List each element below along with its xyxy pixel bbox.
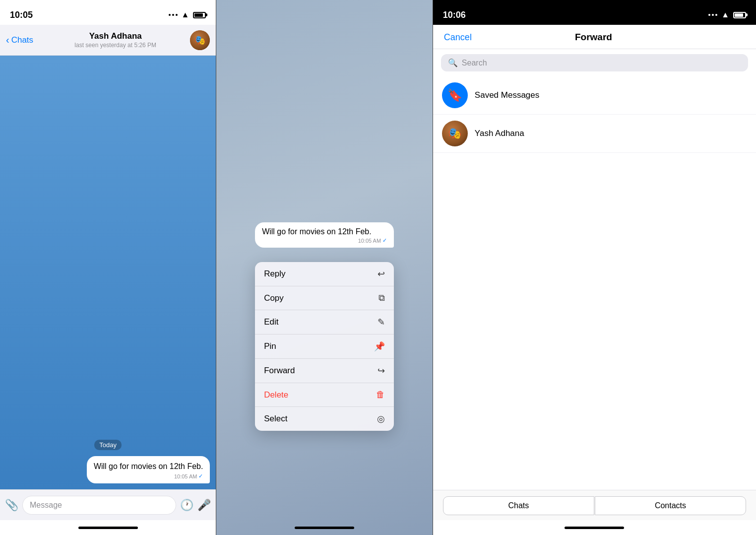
context-pin-item[interactable]: Pin 📌 <box>255 334 394 359</box>
sticker-button[interactable]: 🕐 <box>180 499 193 512</box>
context-select-item[interactable]: Select ◎ <box>255 407 394 431</box>
contact-status: last seen yesterday at 5:26 PM <box>74 42 156 49</box>
status-icons: ▲ <box>169 10 206 19</box>
panel2-content: Will go for movies on 12th Feb. 10:05 AM… <box>216 0 432 535</box>
chat-body: Today Will go for movies on 12th Feb. 10… <box>0 56 216 489</box>
wifi-icon: ▲ <box>182 10 189 19</box>
battery-icon-3 <box>733 12 746 18</box>
context-edit-icon: ✎ <box>378 317 385 328</box>
back-button[interactable]: ‹ Chats <box>6 35 41 46</box>
home-bar-2 <box>216 520 432 535</box>
home-bar-3 <box>433 520 756 535</box>
saved-messages-name: Saved Messages <box>475 90 539 100</box>
context-delete-label: Delete <box>264 390 288 400</box>
context-copy-label: Copy <box>264 293 284 303</box>
floating-message-bubble: Will go for movies on 12th Feb. 10:05 AM… <box>255 222 394 248</box>
context-reply-label: Reply <box>264 269 285 279</box>
signal-icon <box>169 14 178 16</box>
floating-message-time: 10:05 AM <box>358 238 381 244</box>
context-select-label: Select <box>264 414 287 424</box>
status-bar-3: 10:06 ▲ <box>433 0 756 25</box>
context-reply-icon: ↩ <box>378 268 385 279</box>
context-delete-icon: 🗑 <box>376 390 385 400</box>
contacts-tab[interactable]: Contacts <box>595 496 746 515</box>
attach-button[interactable]: 📎 <box>5 499 18 512</box>
chats-tab[interactable]: Chats <box>443 496 594 515</box>
bottom-tabs: Chats Contacts <box>433 490 756 520</box>
context-copy-item[interactable]: Copy ⧉ <box>255 286 394 310</box>
context-forward-icon: ↪ <box>378 365 385 376</box>
cancel-button[interactable]: Cancel <box>444 32 472 43</box>
floating-message-meta: 10:05 AM ✓ <box>262 237 387 244</box>
header-center: Yash Adhana last seen yesterday at 5:26 … <box>41 31 190 49</box>
floating-message-text: Will go for movies on 12th Feb. <box>262 227 387 236</box>
battery-icon <box>193 12 206 18</box>
message-input[interactable]: Message <box>22 496 176 515</box>
message-time: 10:05 AM <box>174 473 197 479</box>
signal-icon-3 <box>708 14 717 16</box>
avatar-emoji-icon: 🎭 <box>448 127 461 140</box>
wifi-icon-3: ▲ <box>721 10 729 19</box>
home-indicator <box>78 527 138 529</box>
context-copy-icon: ⧉ <box>378 293 385 303</box>
yash-adhana-avatar: 🎭 <box>442 121 468 146</box>
back-chevron-icon: ‹ <box>6 34 9 46</box>
status-time-3: 10:06 <box>443 10 466 20</box>
floating-read-checkmark-icon: ✓ <box>382 237 387 244</box>
avatar-image: 🎭 <box>190 30 210 50</box>
contact-avatar[interactable]: 🎭 <box>190 30 210 50</box>
search-container: 🔍 Search <box>433 49 756 76</box>
date-badge: Today <box>94 440 122 450</box>
context-menu-screen: Will go for movies on 12th Feb. 10:05 AM… <box>216 0 432 535</box>
saved-messages-avatar: 🔖 <box>442 82 468 108</box>
contact-name[interactable]: Yash Adhana <box>89 31 142 41</box>
context-edit-item[interactable]: Edit ✎ <box>255 310 394 334</box>
status-time: 10:05 <box>10 10 33 20</box>
forward-title: Forward <box>575 32 612 43</box>
message-meta: 10:05 AM ✓ <box>94 473 203 479</box>
forward-screen: 10:06 ▲ Cancel Forward 🔍 Search 🔖 <box>433 0 756 535</box>
context-edit-label: Edit <box>264 317 278 327</box>
context-menu: Reply ↩ Copy ⧉ Edit ✎ Pin 📌 Forward ↪ De… <box>255 262 394 431</box>
status-bar: 10:05 ▲ <box>0 0 216 25</box>
forward-header: Cancel Forward <box>433 25 756 49</box>
context-pin-label: Pin <box>264 341 276 351</box>
home-indicator-3 <box>565 527 624 529</box>
chat-screen: 10:05 ▲ ‹ Chats Yash Adhana last seen ye… <box>0 0 216 535</box>
mic-button[interactable]: 🎤 <box>197 499 211 512</box>
context-delete-item[interactable]: Delete 🗑 <box>255 383 394 407</box>
chat-header: ‹ Chats Yash Adhana last seen yesterday … <box>0 25 216 56</box>
context-pin-icon: 📌 <box>374 341 385 352</box>
message-text: Will go for movies on 12th Feb. <box>94 461 203 472</box>
bookmark-icon: 🔖 <box>447 88 462 102</box>
contact-item-yash-adhana[interactable]: 🎭 Yash Adhana <box>433 115 756 153</box>
read-checkmark-icon: ✓ <box>198 473 203 479</box>
home-bar <box>0 520 216 535</box>
search-icon: 🔍 <box>448 58 458 67</box>
message-bubble[interactable]: Will go for movies on 12th Feb. 10:05 AM… <box>87 456 210 483</box>
search-placeholder: Search <box>462 59 487 67</box>
home-indicator-2 <box>295 527 354 529</box>
status-icons-3: ▲ <box>708 10 746 19</box>
yash-adhana-name: Yash Adhana <box>475 129 524 138</box>
search-bar[interactable]: 🔍 Search <box>441 54 748 71</box>
context-select-icon: ◎ <box>377 413 385 424</box>
context-reply-item[interactable]: Reply ↩ <box>255 262 394 286</box>
contact-item-saved-messages[interactable]: 🔖 Saved Messages <box>433 76 756 115</box>
context-forward-item[interactable]: Forward ↪ <box>255 359 394 383</box>
context-forward-label: Forward <box>264 366 295 376</box>
back-label[interactable]: Chats <box>11 35 33 45</box>
input-bar: 📎 Message 🕐 🎤 <box>0 489 216 520</box>
contacts-list: 🔖 Saved Messages 🎭 Yash Adhana <box>433 76 756 490</box>
input-placeholder: Message <box>30 501 62 510</box>
